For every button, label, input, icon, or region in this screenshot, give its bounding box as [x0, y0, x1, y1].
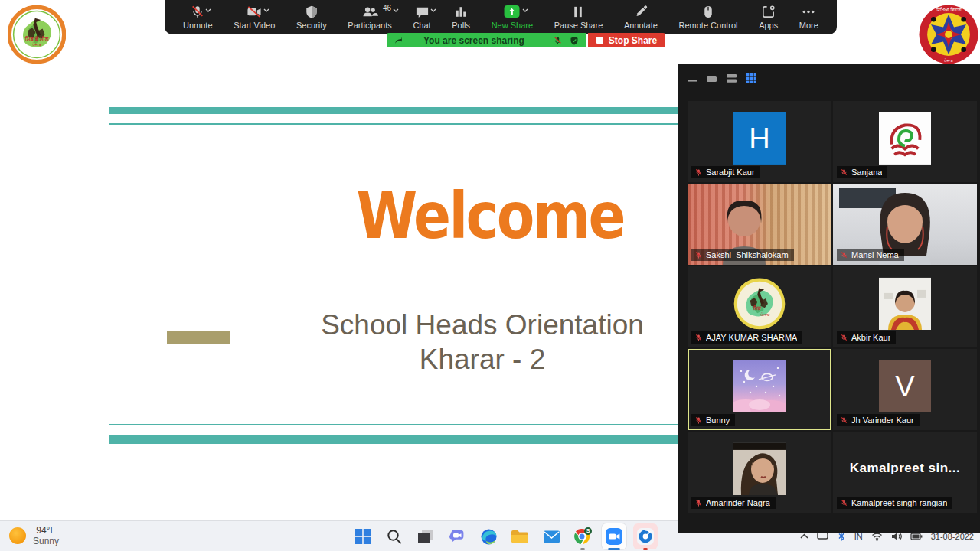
gallery-view-button[interactable]: [746, 73, 756, 83]
chevron-up-icon: [800, 533, 808, 539]
chrome-button[interactable]: S: [570, 523, 595, 549]
ellipsis-icon: [801, 5, 816, 19]
muted-mic-icon: [841, 416, 848, 425]
polls-button[interactable]: Polls: [450, 2, 472, 32]
participants-button[interactable]: 46 Participants: [346, 2, 393, 32]
minimize-button[interactable]: [688, 75, 697, 83]
muted-mic-icon: [841, 499, 848, 507]
security-label: Security: [296, 21, 327, 30]
battery-icon[interactable]: [910, 533, 923, 540]
zoom-meeting-toolbar: Unmute Start Video Security: [165, 0, 837, 34]
svg-text:ਮਿਡ: ਮਿਡ: [753, 305, 762, 311]
avatar-image: [879, 278, 931, 330]
stop-square-icon: [596, 37, 603, 44]
security-check-icon: [570, 36, 579, 45]
participant-tile-mansi[interactable]: Mansi Nema: [833, 184, 977, 265]
edge-browser-button[interactable]: [476, 523, 501, 549]
search-icon: [386, 528, 403, 545]
weather-condition: Sunny: [33, 536, 59, 546]
participant-nameplate: Kamalpreet singh rangian: [837, 497, 952, 509]
panel-window-controls: [678, 64, 980, 86]
participant-name: Amarinder Nagra: [706, 498, 770, 507]
security-button[interactable]: Security: [295, 2, 328, 32]
unmute-label: Unmute: [183, 21, 213, 30]
participants-icon: [361, 5, 379, 19]
mail-icon: [543, 530, 560, 544]
participant-tile-amarinder[interactable]: Amarinder Nagra: [688, 432, 831, 513]
muted-mic-icon: [695, 251, 702, 259]
svg-text:ਪੰਜਾਬ: ਪੰਜਾਬ: [760, 312, 770, 317]
apps-button[interactable]: Apps: [757, 2, 779, 32]
participant-tile-sanjana[interactable]: Sanjana: [833, 101, 977, 182]
hidden-icons-button[interactable]: [800, 533, 808, 539]
screen-recorder-button[interactable]: [633, 523, 658, 549]
annotate-button[interactable]: Annotate: [622, 2, 659, 32]
participant-tile-bunny[interactable]: Bunny: [688, 349, 831, 430]
pause-share-button[interactable]: Pause Share: [553, 2, 605, 32]
chevron-down-icon[interactable]: [393, 8, 399, 12]
participant-nameplate: Akbir Kaur: [837, 331, 896, 344]
recorder-app-icon: [636, 527, 655, 546]
teams-chat-button[interactable]: [445, 523, 469, 549]
amarinder-photo: [733, 443, 786, 495]
stop-share-button[interactable]: Stop Share: [588, 33, 665, 47]
screen-share-banner: You are screen sharing Stop Share: [387, 33, 665, 47]
weather-widget[interactable]: 94°F Sunny: [9, 525, 59, 546]
mail-button[interactable]: [539, 523, 564, 549]
task-view-button[interactable]: [413, 523, 438, 549]
mouse-icon: [703, 5, 714, 19]
active-indicator: [608, 548, 620, 550]
speaker-view-button[interactable]: [727, 74, 737, 83]
muted-mic-icon: [841, 251, 848, 259]
remote-control-button[interactable]: Remote Control: [678, 2, 740, 32]
participant-tile-sakshi[interactable]: Sakshi_Shikshalokam: [688, 184, 831, 265]
muted-mic-icon: [695, 416, 702, 425]
new-share-icon: [503, 5, 521, 19]
zoom-app-button[interactable]: [602, 523, 626, 549]
participant-nameplate: Sanjana: [837, 166, 887, 178]
chevron-down-icon[interactable]: [263, 8, 270, 12]
share-arrow-icon: [394, 36, 402, 44]
chevron-down-icon[interactable]: [205, 8, 211, 12]
akbir-photo: [879, 278, 931, 330]
start-video-button[interactable]: Start Video: [232, 2, 276, 32]
participant-nameplate: Amarinder Nagra: [691, 497, 776, 509]
new-share-button[interactable]: New Share: [490, 2, 534, 32]
chat-bubble-icon: [415, 5, 430, 19]
more-button[interactable]: More: [798, 2, 820, 32]
participant-tile-sarabjit-kaur[interactable]: H Sarabjit Kaur: [688, 101, 831, 182]
chevron-down-icon[interactable]: [430, 8, 436, 12]
participant-tile-ajay[interactable]: ਮਿਡ ਪੰਜਾਬ AJAY KUMAR SHARMA: [688, 266, 831, 347]
search-button[interactable]: [382, 523, 407, 549]
participant-tile-varinder[interactable]: V Jh Varinder Kaur: [833, 349, 977, 430]
participant-tile-kamalpreet[interactable]: Kamalpreet sin... Kamalpreet singh rangi…: [833, 432, 977, 513]
start-video-label: Start Video: [234, 21, 275, 30]
edge-icon: [480, 528, 498, 546]
chevron-down-icon[interactable]: [522, 8, 528, 12]
svg-text:ਪੰਜਾਬ: ਪੰਜਾਬ: [943, 58, 953, 63]
muted-mic-icon: [695, 334, 702, 342]
ajay-logo: ਮਿਡ ਪੰਜਾਬ: [733, 278, 786, 330]
unmute-button[interactable]: Unmute: [181, 2, 214, 32]
start-button[interactable]: [351, 523, 375, 549]
participant-name: Sakshi_Shikshalokam: [706, 250, 789, 259]
sun-icon: [9, 527, 26, 544]
muted-mic-icon: [695, 499, 702, 507]
more-label: More: [799, 21, 818, 30]
svg-text:ਮਿਡ ਡੇ ਮੀਲ: ਮਿਡ ਡੇ ਮੀਲ: [24, 35, 49, 41]
pause-icon: [572, 5, 584, 19]
participant-name: Mansi Nema: [851, 250, 899, 259]
chat-button[interactable]: Chat: [411, 2, 432, 32]
svg-text:ਪੰਜਾਬ: ਪੰਜਾਬ: [31, 42, 41, 47]
polls-bars-icon: [454, 5, 468, 19]
participant-nameplate: Jh Varinder Kaur: [837, 414, 920, 426]
file-explorer-button[interactable]: [508, 523, 532, 549]
participant-name: Kamalpreet singh rangian: [851, 498, 947, 507]
participants-grid: H Sarabjit Kaur Sanjana: [688, 101, 977, 513]
video-off-icon: [246, 5, 263, 19]
restore-window-button[interactable]: [707, 75, 717, 83]
participant-tile-akbir[interactable]: Akbir Kaur: [833, 266, 977, 347]
avatar-image: [879, 112, 931, 165]
zoom-app-icon: [605, 527, 623, 546]
share-status: You are screen sharing: [387, 33, 586, 47]
